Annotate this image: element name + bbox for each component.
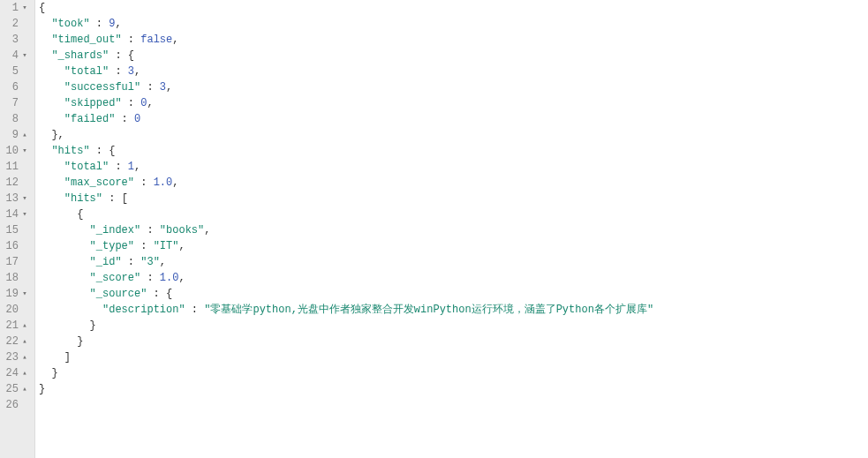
code-line[interactable]: } [39, 381, 868, 397]
code-line[interactable]: "successful" : 3, [39, 79, 868, 95]
indent [39, 16, 51, 32]
fold-close-icon[interactable]: ▴ [20, 381, 29, 397]
line-number: 20 [0, 302, 29, 318]
line-number: 23▴ [0, 349, 29, 365]
line-number: 24▴ [0, 365, 29, 381]
code-line[interactable]: "_source" : { [39, 286, 868, 302]
token-punc: } [51, 367, 57, 379]
code-line[interactable]: "_score" : 1.0, [39, 270, 868, 286]
token-str: "books" [160, 224, 204, 237]
token-num: 3 [160, 81, 166, 94]
token-punc: : [ [102, 192, 128, 205]
code-line[interactable]: "timed_out" : false, [39, 32, 868, 48]
token-punc: : [140, 272, 160, 284]
token-punc: ] [64, 351, 71, 364]
token-punc: : [122, 97, 141, 109]
indent [39, 127, 51, 143]
code-line[interactable]: "hits" : [ [39, 191, 868, 206]
token-punc: : [140, 224, 160, 237]
fold-open-icon[interactable]: ▾ [20, 206, 29, 222]
code-line[interactable]: "took" : 9, [39, 16, 868, 32]
line-number: 3 [0, 32, 29, 48]
code-line[interactable]: }, [39, 127, 868, 143]
token-num: 0 [134, 113, 140, 125]
code-line[interactable]: } [39, 318, 868, 334]
code-line[interactable]: "total" : 3, [39, 64, 868, 79]
token-punc: , [178, 272, 185, 284]
indent [39, 32, 51, 48]
line-number: 13▾ [0, 191, 29, 206]
fold-open-icon[interactable]: ▾ [20, 0, 29, 16]
token-num: 1.0 [154, 176, 173, 189]
token-punc: : [90, 18, 109, 30]
token-punc: , [134, 161, 140, 173]
code-line[interactable]: "_id" : "3", [39, 254, 868, 270]
indent [39, 111, 64, 127]
fold-close-icon[interactable]: ▴ [20, 349, 29, 365]
line-number: 25▴ [0, 381, 29, 397]
fold-open-icon[interactable]: ▾ [20, 48, 29, 64]
token-str: "IT" [154, 240, 179, 252]
indent [39, 222, 90, 238]
line-number: 18 [0, 270, 29, 286]
indent [39, 64, 64, 79]
token-punc: : [134, 240, 154, 252]
fold-open-icon[interactable]: ▾ [20, 191, 29, 206]
token-punc: : [122, 256, 141, 268]
line-number: 9▴ [0, 127, 29, 143]
line-number: 14▾ [0, 206, 29, 222]
indent [39, 270, 90, 286]
token-punc: { [77, 208, 83, 221]
token-punc: : [185, 304, 205, 316]
code-line[interactable]: "hits" : { [39, 143, 868, 159]
code-line[interactable]: } [39, 334, 868, 349]
indent [39, 206, 77, 222]
indent [39, 365, 51, 381]
line-number: 6 [0, 79, 29, 95]
fold-open-icon[interactable]: ▾ [20, 286, 29, 302]
code-line[interactable]: ] [39, 349, 868, 365]
token-punc: : [140, 81, 160, 94]
code-line[interactable]: "_index" : "books", [39, 222, 868, 238]
code-line[interactable]: "_shards" : { [39, 48, 868, 64]
fold-close-icon[interactable]: ▴ [20, 365, 29, 381]
indent [39, 334, 77, 349]
line-number: 5 [0, 64, 29, 79]
fold-close-icon[interactable]: ▴ [20, 318, 29, 334]
code-line[interactable]: "total" : 1, [39, 159, 868, 175]
indent [39, 254, 90, 270]
line-number: 7 [0, 95, 29, 111]
line-number: 1▾ [0, 0, 29, 16]
code-line[interactable]: { [39, 206, 868, 222]
code-line[interactable]: } [39, 365, 868, 381]
fold-close-icon[interactable]: ▴ [20, 334, 29, 349]
line-number: 15 [0, 222, 29, 238]
code-line[interactable]: "skipped" : 0, [39, 95, 868, 111]
code-line[interactable]: "_type" : "IT", [39, 238, 868, 254]
line-number: 8 [0, 111, 29, 127]
indent [39, 175, 64, 191]
indent [39, 159, 64, 175]
token-punc: , [147, 97, 153, 109]
fold-close-icon[interactable]: ▴ [20, 127, 29, 143]
code-line[interactable]: "description" : "零基础学python,光盘中作者独家整合开发w… [39, 302, 868, 318]
code-line[interactable]: "failed" : 0 [39, 111, 868, 127]
code-content[interactable]: { "took" : 9, "timed_out" : false, "_sha… [35, 0, 868, 458]
code-line[interactable] [39, 397, 868, 413]
token-punc: : { [147, 288, 172, 300]
token-punc: : { [90, 145, 116, 157]
token-key: "_source" [90, 288, 147, 300]
token-key: "total" [64, 65, 109, 78]
indent [39, 238, 90, 254]
code-line[interactable]: { [39, 0, 868, 16]
token-num: 1.0 [160, 272, 179, 284]
fold-open-icon[interactable]: ▾ [20, 143, 29, 159]
line-number: 4▾ [0, 48, 29, 64]
token-punc: : [109, 161, 128, 173]
indent [39, 286, 90, 302]
token-str: "零基础学python,光盘中作者独家整合开发winPython运行环境，涵盖了… [204, 304, 653, 316]
code-line[interactable]: "max_score" : 1.0, [39, 175, 868, 191]
token-punc: : [122, 34, 141, 46]
line-number: 2 [0, 16, 29, 32]
token-key: "max_score" [64, 176, 134, 189]
